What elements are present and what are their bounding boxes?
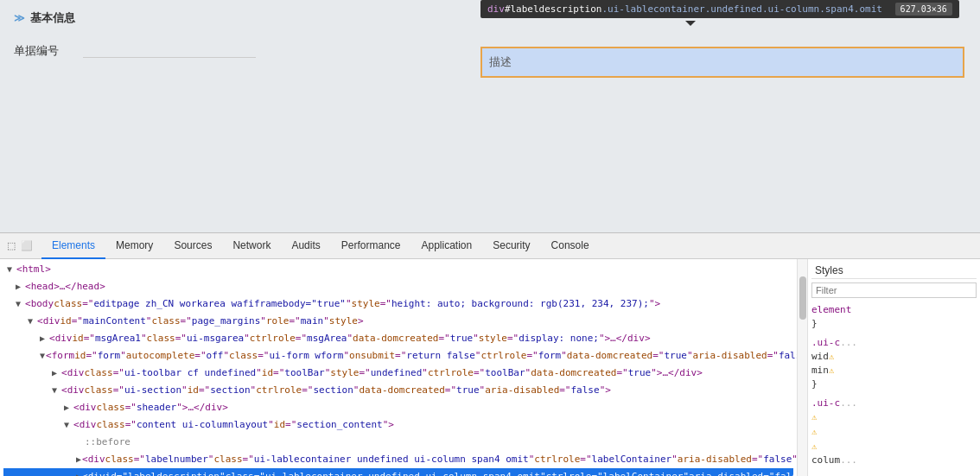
devtools-panel: ⬚ ⬜ Elements Memory Sources Network Audi… xyxy=(0,232,980,476)
input-underline xyxy=(83,57,256,58)
tree-line-form[interactable]: ▼ <form id="form" autocomplete="off" cla… xyxy=(3,347,793,365)
warning-icon-4: ⚠ xyxy=(811,425,817,439)
inspect-icon[interactable]: ⬜ xyxy=(19,238,35,254)
tree-line-labeldescription[interactable]: ▶ <div id="labeldescription" class="ui-l… xyxy=(3,468,793,476)
tooltip-tag: div xyxy=(487,3,505,15)
tooltip-size: 627.03×36 xyxy=(895,3,952,16)
tab-application-label: Application xyxy=(421,239,472,251)
expand-form[interactable]: ▼ xyxy=(40,348,45,364)
warning-icon-1: ⚠ xyxy=(829,350,834,364)
expand-maincontent[interactable]: ▼ xyxy=(28,314,36,329)
tab-elements[interactable]: Elements xyxy=(41,233,105,259)
tooltip-classes: .ui-lablecontainer.undefined.ui-column.s… xyxy=(601,3,882,15)
tab-application[interactable]: Application xyxy=(410,233,482,259)
tab-sources[interactable]: Sources xyxy=(163,233,222,259)
styles-rule-uic2: .ui-c... ⚠ ⚠ ⚠ colum... xyxy=(811,397,977,467)
devtools-tabs-bar: ⬚ ⬜ Elements Memory Sources Network Audi… xyxy=(0,233,980,259)
tree-line-before[interactable]: ::before xyxy=(3,434,793,451)
tree-line-head[interactable]: ▶ <head>…</head> xyxy=(3,278,793,295)
desc-highlight-field[interactable]: 描述 xyxy=(480,47,964,78)
styles-panel: Styles element } .ui-c... wid ⚠ min ⚠ } xyxy=(807,259,980,476)
tree-line-maincontent[interactable]: ▼ <div id="mainContent" class="page_marg… xyxy=(3,313,793,330)
tab-network[interactable]: Network xyxy=(222,233,281,259)
styles-panel-title: Styles xyxy=(811,263,977,279)
cursor-icon[interactable]: ⬚ xyxy=(3,238,19,254)
tree-scroll-thumb[interactable] xyxy=(799,276,806,320)
tree-line-content[interactable]: ▼ <div class="content ui-columnlayout" i… xyxy=(3,416,793,434)
html-tree: ▼ <html> ▶ <head>…</head> ▼ <body class=… xyxy=(0,261,797,476)
expand-labelnumber[interactable]: ▶ xyxy=(76,452,81,467)
expand-msgarea[interactable]: ▶ xyxy=(40,331,48,346)
html-tree-panel[interactable]: ▼ <html> ▶ <head>…</head> ▼ <body class=… xyxy=(0,259,797,476)
expand-labeldescription[interactable]: ▶ xyxy=(76,469,81,476)
expand-sheader[interactable]: ▶ xyxy=(64,400,73,416)
tree-line-toolbar[interactable]: ▶ <div class="ui-toolbar cf undefined" i… xyxy=(3,365,793,382)
expand-body[interactable]: ▼ xyxy=(16,296,24,312)
dom-tooltip: div#labeldescription.ui-lablecontainer.u… xyxy=(480,0,959,18)
devtools-icons: ⬚ ⬜ xyxy=(3,238,35,254)
tree-line-msgarea[interactable]: ▶ <div id="msgArea1" class="ui-msgarea" … xyxy=(3,330,793,347)
tab-memory[interactable]: Memory xyxy=(105,233,163,259)
warning-icon-3: ⚠ xyxy=(811,410,817,424)
tree-scrollbar[interactable] xyxy=(797,259,807,476)
tree-line-sheader[interactable]: ▶ <div class="sheader">…</div> xyxy=(3,399,793,416)
desc-placeholder-text: 描述 xyxy=(489,54,512,70)
form-area: div#labeldescription.ui-lablecontainer.u… xyxy=(0,0,980,233)
tree-line-section[interactable]: ▼ <div class="ui-section" id="section" c… xyxy=(3,382,793,399)
tooltip-id: #labeldescription xyxy=(505,3,602,15)
tree-line-labelnumber[interactable]: ▶ <div class="labelnumber" class="ui-lab… xyxy=(3,451,793,468)
tab-network-label: Network xyxy=(232,239,270,251)
expand-section[interactable]: ▼ xyxy=(52,383,60,398)
expand-toolbar[interactable]: ▶ xyxy=(52,365,60,381)
styles-rule-element: element } xyxy=(811,303,977,331)
tab-performance[interactable]: Performance xyxy=(331,233,411,259)
warning-icon-2: ⚠ xyxy=(829,364,834,378)
tab-memory-label: Memory xyxy=(116,239,153,251)
tab-security[interactable]: Security xyxy=(482,233,540,259)
tab-audits[interactable]: Audits xyxy=(281,233,330,259)
tab-sources-label: Sources xyxy=(174,239,212,251)
tab-console[interactable]: Console xyxy=(541,233,600,259)
devtools-content-area: ▼ <html> ▶ <head>…</head> ▼ <body class=… xyxy=(0,259,980,476)
tab-audits-label: Audits xyxy=(291,239,320,251)
expand-content[interactable]: ▼ xyxy=(64,417,73,433)
tab-security-label: Security xyxy=(493,239,530,251)
tree-line-body[interactable]: ▼ <body class="editpage zh_CN workarea w… xyxy=(3,295,793,313)
styles-filter-input[interactable] xyxy=(811,282,977,298)
expand-html[interactable]: ▼ xyxy=(7,262,16,277)
tab-console-label: Console xyxy=(551,239,589,251)
expand-head[interactable]: ▶ xyxy=(16,279,24,295)
chevron-icon: ≫ xyxy=(14,12,25,24)
tab-performance-label: Performance xyxy=(341,239,401,251)
tab-elements-label: Elements xyxy=(52,239,95,251)
tooltip-arrow xyxy=(685,21,696,26)
warning-icon-5: ⚠ xyxy=(811,440,817,454)
tree-line-html[interactable]: ▼ <html> xyxy=(3,261,793,278)
field-label-order-number: 单据编号 xyxy=(14,40,83,59)
styles-rule-uic1: .ui-c... wid ⚠ min ⚠ } xyxy=(811,336,977,391)
section-title: 基本信息 xyxy=(30,10,75,26)
